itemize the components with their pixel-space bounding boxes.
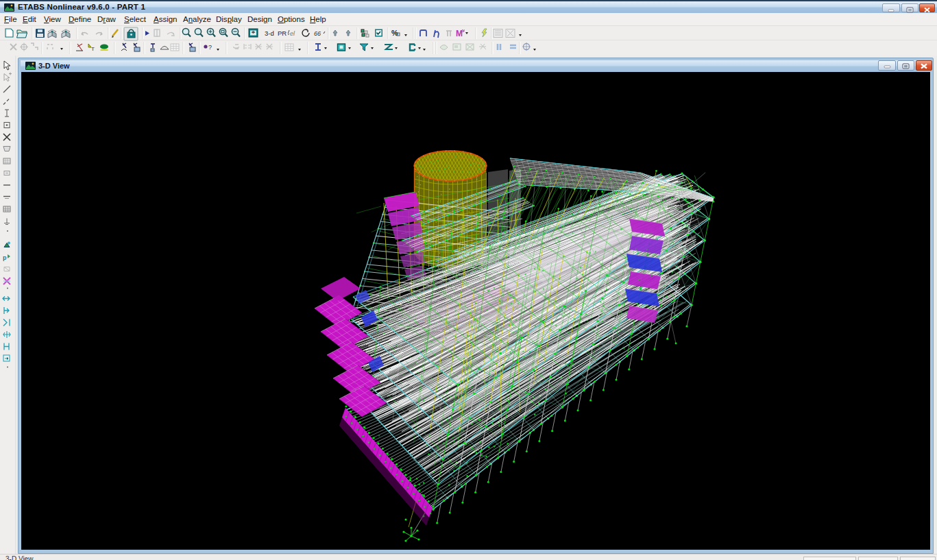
svg-text:66: 66 <box>314 30 321 37</box>
svg-text:p: p <box>3 254 7 261</box>
svg-text:3-d: 3-d <box>265 29 274 37</box>
svg-text:PR: PR <box>278 29 287 37</box>
svg-text:M: M <box>456 29 463 38</box>
svg-text:T: T <box>91 46 95 52</box>
svg-text:?: ? <box>208 44 212 51</box>
svg-text:el: el <box>290 30 295 37</box>
